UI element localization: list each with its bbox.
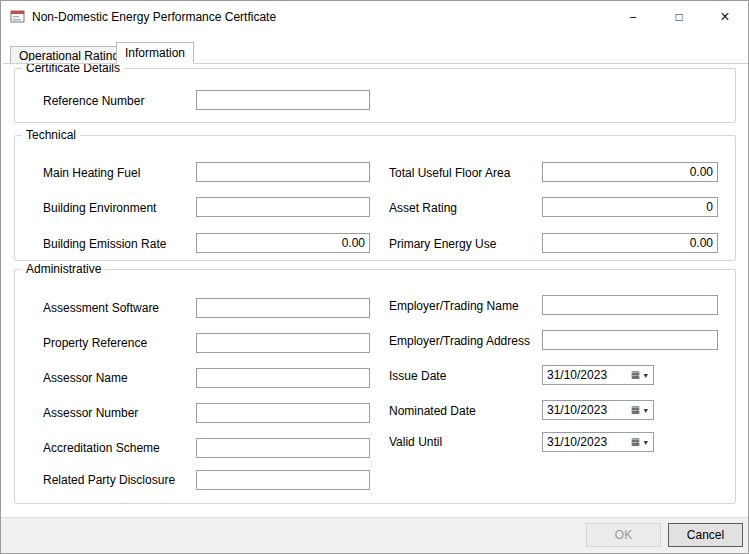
tab-page-border bbox=[3, 63, 748, 64]
total-useful-floor-area-label: Total Useful Floor Area bbox=[389, 166, 510, 181]
calendar-icon: ▦ bbox=[631, 437, 640, 447]
valid-until-date-value: 31/10/2023 bbox=[543, 435, 627, 449]
main-heating-fuel-input[interactable] bbox=[196, 162, 370, 182]
primary-energy-use-label: Primary Energy Use bbox=[389, 237, 496, 252]
primary-energy-use-input[interactable] bbox=[542, 233, 718, 253]
close-icon[interactable]: × bbox=[702, 1, 748, 33]
app-icon bbox=[10, 9, 26, 25]
building-emission-rate-input[interactable] bbox=[196, 233, 370, 253]
valid-until-date-picker[interactable]: 31/10/2023 ▦ ▼ bbox=[542, 432, 654, 452]
chevron-down-icon: ▼ bbox=[642, 372, 649, 379]
issue-date-label: Issue Date bbox=[389, 369, 446, 384]
building-environment-input[interactable] bbox=[196, 197, 370, 217]
assessor-name-label: Assessor Name bbox=[43, 371, 128, 386]
valid-until-dropdown-button[interactable]: ▦ ▼ bbox=[627, 433, 653, 451]
group-title-administrative: Administrative bbox=[22, 262, 105, 277]
issue-date-dropdown-button[interactable]: ▦ ▼ bbox=[627, 366, 653, 384]
calendar-icon: ▦ bbox=[631, 405, 640, 415]
nominated-date-value: 31/10/2023 bbox=[543, 403, 627, 417]
accreditation-scheme-input[interactable] bbox=[196, 438, 370, 458]
employer-trading-address-input[interactable] bbox=[542, 330, 718, 350]
assessor-name-input[interactable] bbox=[196, 368, 370, 388]
group-title-technical: Technical bbox=[22, 128, 80, 143]
main-heating-fuel-label: Main Heating Fuel bbox=[43, 166, 140, 181]
maximize-icon[interactable]: □ bbox=[656, 1, 702, 33]
related-party-disclosure-label: Related Party Disclosure bbox=[43, 473, 175, 488]
employer-trading-name-label: Employer/Trading Name bbox=[389, 299, 519, 314]
building-environment-label: Building Environment bbox=[43, 201, 156, 216]
window-controls: − □ × bbox=[610, 1, 748, 33]
assessor-number-input[interactable] bbox=[196, 403, 370, 423]
titlebar: Non-Domestic Energy Performance Certfica… bbox=[1, 1, 748, 33]
accreditation-scheme-label: Accreditation Scheme bbox=[43, 441, 160, 456]
assessor-number-label: Assessor Number bbox=[43, 406, 138, 421]
dialog-window: Non-Domestic Energy Performance Certfica… bbox=[0, 0, 749, 554]
assessment-software-input[interactable] bbox=[196, 298, 370, 318]
cancel-button[interactable]: Cancel bbox=[668, 523, 743, 547]
issue-date-picker[interactable]: 31/10/2023 ▦ ▼ bbox=[542, 365, 654, 385]
chevron-down-icon: ▼ bbox=[642, 439, 649, 446]
employer-trading-name-input[interactable] bbox=[542, 295, 718, 315]
building-emission-rate-label: Building Emission Rate bbox=[43, 237, 166, 252]
minimize-icon[interactable]: − bbox=[610, 1, 656, 33]
nominated-date-dropdown-button[interactable]: ▦ ▼ bbox=[627, 401, 653, 419]
reference-number-input[interactable] bbox=[196, 90, 370, 110]
window-title: Non-Domestic Energy Performance Certfica… bbox=[32, 10, 276, 24]
asset-rating-input[interactable] bbox=[542, 197, 718, 217]
tab-information[interactable]: Information bbox=[116, 42, 194, 64]
assessment-software-label: Assessment Software bbox=[43, 301, 159, 316]
footer-bar: OK Cancel bbox=[1, 517, 748, 554]
reference-number-label: Reference Number bbox=[43, 94, 144, 109]
calendar-icon: ▦ bbox=[631, 370, 640, 380]
issue-date-value: 31/10/2023 bbox=[543, 368, 627, 382]
asset-rating-label: Asset Rating bbox=[389, 201, 457, 216]
property-reference-input[interactable] bbox=[196, 333, 370, 353]
chevron-down-icon: ▼ bbox=[642, 407, 649, 414]
nominated-date-label: Nominated Date bbox=[389, 404, 476, 419]
total-useful-floor-area-input[interactable] bbox=[542, 162, 718, 182]
nominated-date-picker[interactable]: 31/10/2023 ▦ ▼ bbox=[542, 400, 654, 420]
property-reference-label: Property Reference bbox=[43, 336, 147, 351]
related-party-disclosure-input[interactable] bbox=[196, 470, 370, 490]
ok-button[interactable]: OK bbox=[586, 523, 661, 547]
valid-until-label: Valid Until bbox=[389, 435, 442, 450]
employer-trading-address-label: Employer/Trading Address bbox=[389, 334, 530, 349]
